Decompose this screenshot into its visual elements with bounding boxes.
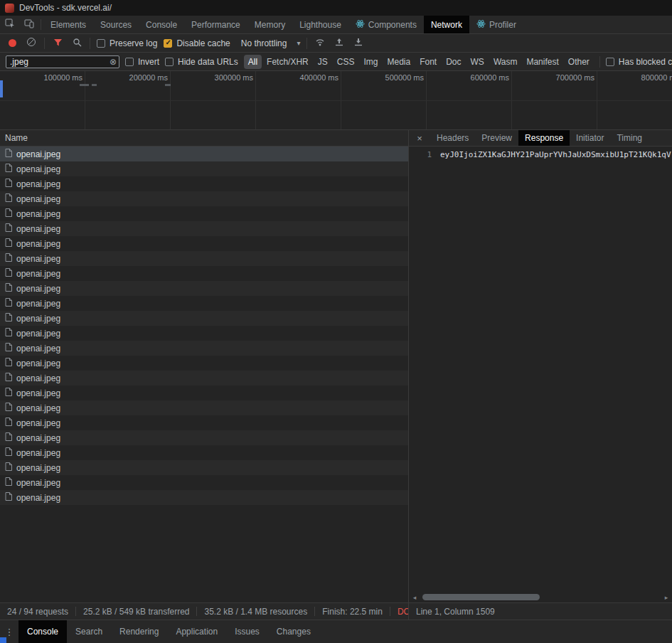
table-row[interactable]: openai.jpeg bbox=[0, 206, 408, 221]
table-row[interactable]: openai.jpeg bbox=[0, 311, 408, 326]
search-button[interactable] bbox=[70, 37, 83, 50]
table-row[interactable]: openai.jpeg bbox=[0, 371, 408, 386]
has-blocked-cookies-toggle[interactable]: Has blocked cookies bbox=[606, 57, 672, 67]
network-conditions-button[interactable] bbox=[314, 37, 326, 50]
table-row[interactable]: openai.jpeg bbox=[0, 415, 408, 430]
resource-type-filter[interactable]: Manifest bbox=[522, 55, 562, 69]
preserve-log-checkbox[interactable] bbox=[97, 39, 105, 48]
resource-type-filter[interactable]: Other bbox=[564, 55, 594, 69]
line-number: 1 bbox=[427, 150, 432, 159]
status-bar: 24 / 94 requests 25.2 kB / 549 kB transf… bbox=[0, 602, 672, 620]
table-row[interactable]: openai.jpeg bbox=[0, 296, 408, 311]
details-tab[interactable]: Preview bbox=[475, 130, 518, 146]
inspect-element-button[interactable] bbox=[0, 16, 19, 33]
table-row[interactable]: openai.jpeg bbox=[0, 251, 408, 266]
table-row[interactable]: openai.jpeg bbox=[0, 475, 408, 490]
resource-type-filter[interactable]: Font bbox=[415, 55, 441, 69]
disable-cache-checkbox[interactable] bbox=[164, 39, 172, 48]
scrollbar-thumb[interactable] bbox=[422, 594, 540, 600]
resource-type-filter[interactable]: Doc bbox=[442, 55, 465, 69]
clear-requests-button[interactable] bbox=[25, 37, 38, 50]
tab-profiler[interactable]: Profiler bbox=[469, 16, 523, 33]
scrollbar-track[interactable] bbox=[420, 593, 661, 601]
resource-type-filter[interactable]: Media bbox=[383, 55, 415, 69]
invert-toggle[interactable]: Invert bbox=[125, 57, 159, 67]
table-row[interactable]: openai.jpeg bbox=[0, 490, 408, 505]
table-row[interactable]: openai.jpeg bbox=[0, 430, 408, 445]
tab-network[interactable]: Network bbox=[424, 16, 469, 33]
tab-sources[interactable]: Sources bbox=[93, 16, 139, 33]
export-har-button[interactable] bbox=[352, 37, 365, 50]
details-tab[interactable]: Headers bbox=[430, 130, 475, 146]
line-number-gutter: 1 bbox=[409, 147, 437, 592]
throttling-dropdown[interactable]: No throttling ▾ bbox=[241, 38, 301, 48]
device-toolbar-button[interactable] bbox=[19, 16, 38, 33]
table-row[interactable]: openai.jpeg bbox=[0, 400, 408, 415]
filter-toggle-button[interactable] bbox=[51, 37, 64, 50]
has-blocked-cookies-checkbox[interactable] bbox=[606, 58, 614, 66]
name-column-header[interactable]: Name bbox=[0, 130, 408, 147]
table-row[interactable]: openai.jpeg bbox=[0, 356, 408, 371]
invert-checkbox[interactable] bbox=[125, 58, 134, 66]
table-row[interactable]: openai.jpeg bbox=[0, 326, 408, 341]
table-row[interactable]: openai.jpeg bbox=[0, 147, 408, 161]
hide-data-urls-toggle[interactable]: Hide data URLs bbox=[165, 57, 238, 67]
table-row[interactable]: openai.jpeg bbox=[0, 460, 408, 475]
toolbar-divider bbox=[44, 38, 45, 49]
chevron-down-icon: ▾ bbox=[297, 39, 300, 47]
throttling-value: No throttling bbox=[241, 38, 287, 48]
resource-type-filter[interactable]: CSS bbox=[333, 55, 359, 69]
clear-filter-icon[interactable]: ⊗ bbox=[110, 58, 117, 66]
table-row[interactable]: openai.jpeg bbox=[0, 341, 408, 356]
drawer-tab[interactable]: Console bbox=[18, 620, 67, 643]
resource-type-filter[interactable]: Wasm bbox=[489, 55, 522, 69]
close-details-icon[interactable]: × bbox=[409, 130, 430, 146]
drawer-tab[interactable]: Rendering bbox=[111, 620, 167, 643]
drawer-tab[interactable]: Application bbox=[167, 620, 226, 643]
details-tab[interactable]: Initiator bbox=[570, 130, 610, 146]
table-row[interactable]: openai.jpeg bbox=[0, 176, 408, 191]
horizontal-scrollbar[interactable]: ◂ ▸ bbox=[409, 592, 672, 602]
disable-cache-toggle[interactable]: Disable cache bbox=[164, 38, 230, 48]
resource-type-filter[interactable]: All bbox=[244, 55, 262, 69]
drawer-tab[interactable]: Changes bbox=[268, 620, 319, 643]
hide-data-urls-checkbox[interactable] bbox=[165, 58, 174, 66]
import-har-button[interactable] bbox=[333, 37, 346, 50]
status-divider bbox=[314, 607, 315, 616]
table-row[interactable]: openai.jpeg bbox=[0, 266, 408, 281]
timeline-overview[interactable]: 100000 ms 200000 ms 300000 ms 400000 ms … bbox=[0, 71, 672, 130]
tab-components[interactable]: Components bbox=[348, 16, 424, 33]
table-row[interactable]: openai.jpeg bbox=[0, 161, 408, 176]
table-row[interactable]: openai.jpeg bbox=[0, 281, 408, 296]
tab-elements[interactable]: Elements bbox=[43, 16, 93, 33]
drawer-tab[interactable]: Issues bbox=[226, 620, 268, 643]
resource-type-filter[interactable]: Fetch/XHR bbox=[262, 55, 313, 69]
resource-type-filter[interactable]: Img bbox=[359, 55, 382, 69]
details-tab[interactable]: Timing bbox=[610, 130, 649, 146]
network-filter-input[interactable] bbox=[10, 57, 110, 67]
file-icon bbox=[5, 418, 12, 428]
resource-type-filter[interactable]: JS bbox=[314, 55, 332, 69]
record-button[interactable] bbox=[6, 37, 18, 50]
resource-type-filter[interactable]: WS bbox=[466, 55, 489, 69]
table-row[interactable]: openai.jpeg bbox=[0, 445, 408, 460]
request-name: openai.jpeg bbox=[16, 209, 60, 219]
table-row[interactable]: openai.jpeg bbox=[0, 386, 408, 400]
preserve-log-toggle[interactable]: Preserve log bbox=[97, 38, 157, 48]
details-tab[interactable]: Response bbox=[518, 130, 570, 146]
drawer-tab[interactable]: Search bbox=[67, 620, 111, 643]
file-icon bbox=[5, 313, 12, 324]
table-row[interactable]: openai.jpeg bbox=[0, 221, 408, 236]
request-name: openai.jpeg bbox=[16, 179, 60, 189]
table-row[interactable]: openai.jpeg bbox=[0, 236, 408, 251]
tab-lighthouse[interactable]: Lighthouse bbox=[292, 16, 348, 33]
file-icon bbox=[5, 328, 12, 339]
response-editor[interactable]: 1 eyJ0IjoiZX1KaGJHY21PaUprYVhJaUxDSmxibU… bbox=[409, 147, 672, 592]
scroll-right-icon[interactable]: ▸ bbox=[661, 594, 671, 601]
table-row[interactable]: openai.jpeg bbox=[0, 191, 408, 206]
tab-console[interactable]: Console bbox=[139, 16, 184, 33]
tab-memory[interactable]: Memory bbox=[247, 16, 292, 33]
scroll-left-icon[interactable]: ◂ bbox=[410, 594, 420, 601]
response-content[interactable]: eyJ0IjoiZX1KaGJHY21PaUprYVhJaUxDSmxibU1p… bbox=[437, 147, 671, 592]
tab-performance[interactable]: Performance bbox=[184, 16, 247, 33]
